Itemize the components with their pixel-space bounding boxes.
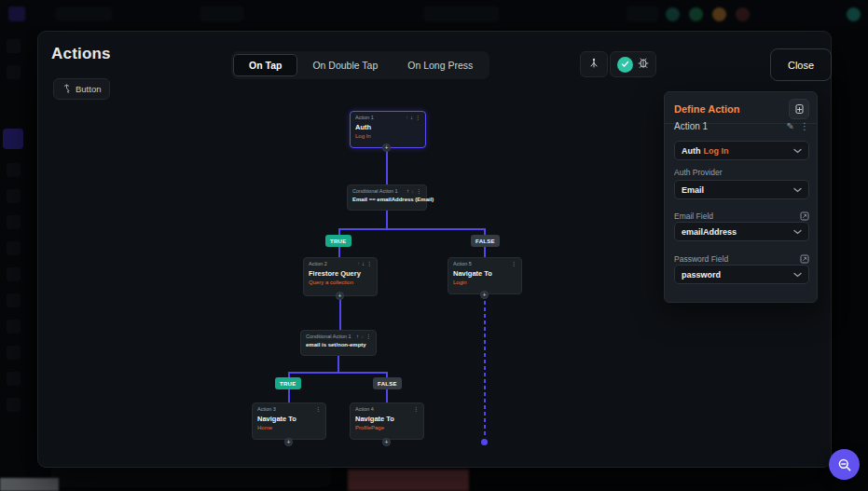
node-subtitle: Query a collection	[309, 280, 372, 285]
node-title: Firestore Query	[309, 269, 372, 278]
magnifier-icon	[837, 457, 852, 472]
move-down-icon[interactable]: ↓	[362, 261, 365, 266]
node-header-label: Action 5	[453, 261, 509, 266]
chevron-down-icon	[793, 187, 802, 193]
auth-provider-value: Email	[682, 185, 704, 195]
node-title: Navigate To	[355, 415, 419, 423]
trigger-tabs: On Tap On Double Tap On Long Press	[231, 51, 489, 79]
branch-end-dot	[481, 439, 488, 445]
kebab-icon[interactable]: ⋮	[365, 334, 371, 339]
field-label: Email Field	[674, 211, 794, 221]
email-field-select[interactable]: emailAddress	[674, 222, 809, 241]
node-header-label: Action 1	[355, 115, 404, 120]
action-flow-icon	[588, 56, 599, 73]
action-number-label: Action 1	[674, 121, 781, 131]
validation-debug-group[interactable]	[610, 51, 656, 77]
move-up-icon[interactable]: ↑	[406, 115, 408, 120]
modal-title: Actions	[51, 45, 111, 63]
kebab-icon[interactable]: ⋮	[416, 188, 421, 194]
tab-on-tap[interactable]: On Tap	[233, 54, 297, 76]
add-action-dot[interactable]: +	[382, 438, 391, 446]
chevron-down-icon	[793, 229, 802, 235]
node-subtitle: ProfilePage	[355, 425, 419, 430]
node-title: Navigate To	[257, 415, 321, 423]
auth-provider-select[interactable]: Email	[674, 180, 809, 199]
trigger-widget-label: Button	[76, 84, 101, 94]
chevron-down-icon	[793, 148, 802, 154]
node-title: Auth	[355, 123, 420, 131]
chevron-down-icon	[793, 272, 802, 278]
move-up-icon[interactable]: ↑	[356, 334, 359, 339]
node-header: Conditional Action 1 ↑ ↓ ⋮	[352, 188, 421, 194]
field-label: Password Field	[674, 254, 794, 264]
node-title: Navigate To	[453, 269, 517, 278]
move-up-icon[interactable]: ↑	[357, 261, 360, 266]
node-header: Conditional Action 1 ↑ ↓ ⋮	[306, 334, 371, 339]
node-header: Action 1 ↑ ↓ ⋮	[355, 115, 420, 120]
email-field-value: emailAddress	[682, 227, 737, 237]
kebab-icon[interactable]: ⋮	[800, 121, 809, 131]
kebab-icon[interactable]: ⋮	[413, 406, 419, 412]
action-flow-button[interactable]	[580, 51, 608, 77]
add-action-dot[interactable]: +	[284, 438, 293, 446]
node-action-2[interactable]: Action 2 ↑ ↓ ⋮ Firestore Query Query a c…	[303, 257, 378, 296]
node-header: Action 4 ⋮	[355, 406, 419, 412]
node-header-label: Action 3	[257, 406, 313, 412]
action-type-primary: Auth	[682, 146, 701, 156]
node-action-5[interactable]: Action 5 ⋮ Navigate To Login	[448, 257, 522, 294]
move-up-icon[interactable]: ↑	[406, 188, 409, 194]
pencil-icon[interactable]: ✎	[787, 121, 794, 131]
field-label: Auth Provider	[674, 168, 809, 177]
node-header-label: Action 4	[355, 406, 411, 412]
define-action-panel: Define Action Action 1 ✎ ⋮ Auth Log In A…	[664, 91, 818, 303]
kebab-icon[interactable]: ⋮	[511, 261, 517, 266]
node-action-4[interactable]: Action 4 ⋮ Navigate To ProfilePage	[350, 402, 424, 440]
node-header: Action 3 ⋮	[257, 406, 321, 412]
branch-badge-true: TRUE	[325, 235, 351, 247]
branch-badge-false: FALSE	[471, 235, 500, 247]
action-type-select[interactable]: Auth Log In	[674, 141, 809, 160]
trigger-widget-chip[interactable]: Button	[53, 78, 110, 100]
kebab-icon[interactable]: ⋮	[315, 406, 321, 412]
add-action-dot[interactable]: +	[382, 143, 391, 152]
tab-on-long-press[interactable]: On Long Press	[393, 55, 488, 75]
tab-on-double-tap[interactable]: On Double Tap	[297, 55, 393, 75]
close-button[interactable]: Close	[770, 48, 832, 81]
node-action-1[interactable]: Action 1 ↑ ↓ ⋮ Auth Log In	[350, 111, 426, 148]
document-plus-icon	[794, 103, 805, 115]
branch-badge-true: TRUE	[275, 377, 301, 389]
add-action-dot[interactable]: +	[480, 291, 489, 299]
node-subtitle: Login	[453, 280, 517, 285]
move-down-icon[interactable]: ↓	[411, 188, 414, 194]
kebab-icon[interactable]: ⋮	[415, 115, 420, 120]
node-header-label: Conditional Action 1	[352, 188, 405, 194]
branch-badge-false: FALSE	[373, 377, 402, 389]
add-action-dot[interactable]: +	[336, 292, 344, 300]
node-subtitle: Log In	[355, 133, 420, 139]
kebab-icon[interactable]: ⋮	[366, 261, 372, 266]
tap-gesture-icon	[62, 84, 71, 95]
panel-title: Define Action	[674, 103, 789, 115]
validation-check-icon	[617, 57, 633, 73]
move-down-icon[interactable]: ↓	[410, 115, 413, 120]
password-field-select[interactable]: password	[674, 265, 809, 284]
password-field-value: password	[682, 270, 721, 280]
node-header: Action 5 ⋮	[453, 261, 517, 266]
node-conditional-2[interactable]: Conditional Action 1 ↑ ↓ ⋮ email is set/…	[300, 330, 377, 356]
debug-bug-icon	[638, 56, 649, 73]
copy-action-button[interactable]	[789, 99, 809, 119]
node-title: Email == emailAddress (Email)	[352, 197, 421, 202]
node-header-label: Action 2	[309, 261, 355, 266]
node-title: email is set/non-empty	[306, 342, 371, 348]
action-type-secondary: Log In	[704, 146, 729, 156]
node-subtitle: Home	[257, 425, 321, 430]
node-header-label: Conditional Action 1	[306, 334, 354, 339]
screen: Actions Button On Tap On Double Tap On L…	[0, 0, 868, 491]
node-conditional-1[interactable]: Conditional Action 1 ↑ ↓ ⋮ Email == emai…	[347, 184, 427, 211]
move-down-icon[interactable]: ↓	[361, 334, 364, 339]
node-header: Action 2 ↑ ↓ ⋮	[309, 261, 372, 266]
node-action-3[interactable]: Action 3 ⋮ Navigate To Home	[252, 402, 326, 440]
zoom-search-fab[interactable]	[829, 449, 860, 480]
